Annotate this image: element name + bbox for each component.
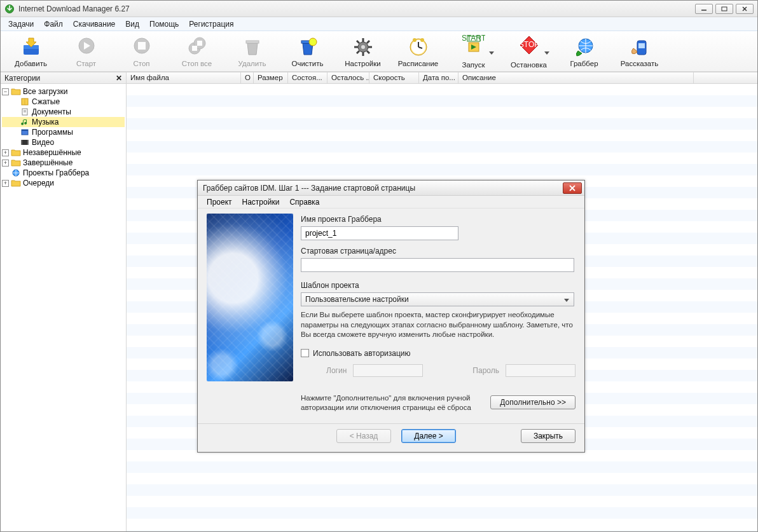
close-dialog-button[interactable]: Закрыть [521,429,575,443]
dialog-menu-project[interactable]: Проект [202,196,237,208]
sidebar: Категории ✕ −Все загрузкиСжатыеДокументы… [1,72,127,531]
auth-checkbox-row: Использовать авторизацию [301,349,575,358]
svg-rect-10 [138,42,146,50]
start-page-input[interactable] [301,258,574,272]
tree-node-video[interactable]: Видео [2,137,125,147]
advanced-note-row: Нажмите "Дополнительно" для включения ру… [301,392,575,413]
toolbar-stopq-button[interactable]: STOPОстановка [505,34,553,69]
close-button[interactable] [736,4,754,14]
column-header[interactable]: Состоя... [288,72,327,83]
doc-icon [20,107,30,116]
login-label: Логин [326,366,347,375]
tree-label: Проекты Граббера [23,168,89,177]
svg-line-26 [357,51,359,53]
tree-node-prog[interactable]: Программы [2,127,125,137]
folder-closed-icon [11,148,21,157]
tree-node-all[interactable]: −Все загрузки [2,86,125,97]
tree-node-incomplete[interactable]: +Незавершённые [2,147,125,158]
toolbar-schedule-button[interactable]: Расписание [394,36,442,67]
menu-download[interactable]: Скачивание [68,18,120,31]
next-button[interactable]: Далее > [401,429,456,443]
label-project-name: Имя проекта Граббера [301,215,575,224]
svg-line-25 [367,41,369,43]
toolbar-label: Рассказать [621,60,658,67]
menubar: Задачи Файл Скачивание Вид Помощь Регист… [1,17,757,31]
toolbar-label: Удалить [238,60,266,67]
tree-label: Документы [32,107,71,116]
column-header[interactable]: Имя файла [127,72,241,83]
project-name-input[interactable] [301,226,458,240]
auth-fields: Логин Пароль [301,364,575,377]
stopall-icon [186,36,209,58]
tree-node-music[interactable]: Музыка [2,117,125,127]
svg-rect-14 [192,46,197,51]
use-auth-checkbox[interactable] [301,349,309,357]
tree-toggle-icon[interactable]: + [2,180,9,187]
titlebar: Internet Download Manager 6.27 [1,1,757,17]
toolbar-label: Стоп все [182,60,212,67]
menu-help[interactable]: Помощь [144,18,184,31]
tree-toggle-icon[interactable]: − [2,88,9,95]
column-header[interactable]: Осталось ... [327,72,369,83]
run-icon: START [462,34,485,57]
window-controls [695,4,754,14]
dialog-menu-help[interactable]: Справка [284,196,324,208]
column-header[interactable]: Описание [458,72,694,83]
archive-icon [20,97,30,106]
tree-label: Все загрузки [23,87,68,96]
menu-file[interactable]: Файл [39,18,68,31]
column-header[interactable]: Размер [254,72,288,83]
music-icon [20,118,30,126]
template-combo[interactable]: Пользовательские настройки [301,292,574,306]
svg-rect-50 [21,140,22,145]
toolbar-tell-button[interactable]: Рассказать [616,36,663,67]
tree-node-queues[interactable]: +Очереди [2,178,125,188]
dialog-close-button[interactable] [563,182,582,194]
sidebar-close-icon[interactable]: ✕ [116,74,122,83]
dialog-actions: < Назад Далее > Закрыть [198,429,584,452]
grid-header: Имя файлаОРазмерСостоя...Осталось ...Ско… [127,72,757,84]
dialog-title: Граббер сайтов IDM. Шаг 1 --- Задание ст… [203,184,415,193]
column-header[interactable]: Скорость [369,72,419,83]
toolbar-settings-button[interactable]: Настройки [339,36,387,67]
toolbar-grabber-button[interactable]: Граббер [560,36,608,67]
svg-point-33 [420,38,424,42]
column-header[interactable]: О [241,72,254,83]
toolbar-label: Граббер [570,60,598,67]
menu-tasks[interactable]: Задачи [3,18,39,31]
sidebar-title: Категории [4,74,40,83]
tree-node-docs[interactable]: Документы [2,107,125,117]
toolbar-label: Запуск [462,61,485,69]
toolbar-clear-button[interactable]: Очистить [284,36,331,67]
toolbar-run-button[interactable]: STARTЗапуск [450,34,497,69]
folder-closed-icon [11,179,21,188]
toolbar: ДобавитьСтартСтопСтоп всеУдалитьОчистить… [1,31,757,72]
menu-registration[interactable]: Регистрация [184,18,238,31]
svg-rect-13 [197,41,202,46]
grabber-icon [573,36,596,58]
tree-toggle-icon[interactable]: + [2,160,9,167]
toolbar-add-button[interactable]: Добавить [7,36,55,67]
chevron-down-icon [544,51,549,55]
dialog-menu-settings[interactable]: Настройки [237,196,285,208]
delete-icon [241,36,264,58]
tree-node-comp[interactable]: Сжатые [2,97,125,107]
tree-label: Очереди [23,179,54,188]
tree-label: Сжатые [32,97,60,106]
advanced-button[interactable]: Дополнительно >> [490,395,575,409]
dialog-titlebar: Граббер сайтов IDM. Шаг 1 --- Задание ст… [198,181,584,196]
minimize-button[interactable] [695,4,713,14]
tree-node-complete[interactable]: +Завершённые [2,158,125,168]
app-title: Internet Download Manager 6.27 [18,4,695,13]
stopq-icon: STOP [518,34,541,57]
tree-node-grabproj[interactable]: Проекты Граббера [2,168,125,178]
tell-icon [628,36,651,58]
menu-view[interactable]: Вид [120,18,144,31]
svg-rect-41 [638,43,645,48]
maximize-button[interactable] [715,4,733,14]
chevron-down-icon [562,295,571,304]
chevron-down-icon [489,51,494,55]
column-header[interactable]: Дата по... [419,72,458,83]
tree-toggle-icon[interactable]: + [2,149,9,156]
use-auth-label: Использовать авторизацию [313,349,411,358]
